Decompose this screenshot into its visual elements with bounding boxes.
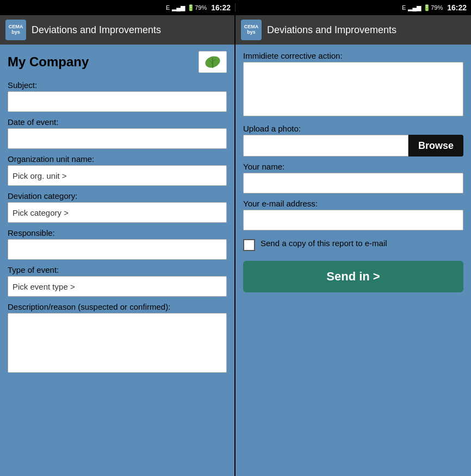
status-bar-right: E ▂▄▆ 🔋79% 16:22 xyxy=(236,3,471,12)
status-bar-left: E ▂▄▆ 🔋79% 16:22 xyxy=(0,3,236,12)
send-in-button[interactable]: Send in > xyxy=(243,261,463,292)
description-textarea[interactable] xyxy=(8,313,227,373)
main-content: CEMA bys Deviations and Improvements My … xyxy=(0,15,471,476)
email-label: Your e-mail address: xyxy=(243,199,463,208)
deviation-category-field-group: Deviation category: xyxy=(8,191,227,223)
left-panel-body: My Company Subject: Date of event: xyxy=(0,45,234,476)
time-right: 16:22 xyxy=(447,3,467,12)
left-app-title: Deviations and Improvements xyxy=(32,24,161,36)
right-panel: CEMA bys Deviations and Improvements Imm… xyxy=(236,15,471,476)
signal-type-right: E xyxy=(402,4,406,11)
send-copy-checkbox[interactable] xyxy=(243,239,255,251)
corrective-action-field-group: Immidiete corrective action: xyxy=(243,51,463,118)
signal-bars-left: ▂▄▆ xyxy=(172,4,185,11)
battery-right: 🔋79% xyxy=(423,4,443,11)
corrective-action-label: Immidiete corrective action: xyxy=(243,51,463,60)
signal-bars-right: ▂▄▆ xyxy=(408,4,421,11)
deviation-category-picker[interactable] xyxy=(8,202,227,223)
your-name-label: Your name: xyxy=(243,162,463,171)
description-label: Description/reason (suspected or confirm… xyxy=(8,302,227,311)
org-unit-picker[interactable] xyxy=(8,165,227,186)
right-app-header: CEMA bys Deviations and Improvements xyxy=(236,15,471,45)
right-app-logo: CEMA bys xyxy=(241,20,262,40)
date-label: Date of event: xyxy=(8,117,227,127)
send-copy-label: Send a copy of this report to e-mail xyxy=(261,238,387,249)
deviation-category-label: Deviation category: xyxy=(8,191,227,201)
org-unit-field-group: Organization unit name: xyxy=(8,154,227,186)
description-field-group: Description/reason (suspected or confirm… xyxy=(8,302,227,375)
upload-row: Browse xyxy=(243,135,463,156)
right-panel-body: Immidiete corrective action: Upload a ph… xyxy=(236,45,471,476)
responsible-field-group: Responsible: xyxy=(8,228,227,260)
date-field-group: Date of event: xyxy=(8,117,227,149)
your-name-input[interactable] xyxy=(243,173,463,193)
subject-field-group: Subject: xyxy=(8,80,227,112)
leaf-icon xyxy=(203,54,222,70)
upload-photo-label: Upload a photo: xyxy=(243,124,463,133)
company-logo xyxy=(199,51,227,73)
email-field-group: Your e-mail address: xyxy=(243,199,463,230)
your-name-field-group: Your name: xyxy=(243,162,463,193)
type-of-event-label: Type of event: xyxy=(8,265,227,274)
right-app-title: Deviations and Improvements xyxy=(267,24,396,36)
left-app-logo: CEMA bys xyxy=(5,20,26,40)
type-of-event-picker[interactable] xyxy=(8,276,227,297)
subject-label: Subject: xyxy=(8,80,227,90)
corrective-action-textarea[interactable] xyxy=(243,62,463,116)
browse-button[interactable]: Browse xyxy=(408,135,463,156)
status-bar: E ▂▄▆ 🔋79% 16:22 E ▂▄▆ 🔋79% 16:22 xyxy=(0,0,471,15)
time-left: 16:22 xyxy=(211,3,231,12)
left-panel: CEMA bys Deviations and Improvements My … xyxy=(0,15,236,476)
responsible-input[interactable] xyxy=(8,239,227,260)
upload-photo-input[interactable] xyxy=(243,135,408,156)
type-of-event-field-group: Type of event: xyxy=(8,265,227,297)
org-unit-label: Organization unit name: xyxy=(8,154,227,164)
company-name: My Company xyxy=(8,54,89,70)
email-input[interactable] xyxy=(243,210,463,230)
upload-photo-field-group: Upload a photo: Browse xyxy=(243,124,463,156)
left-app-header: CEMA bys Deviations and Improvements xyxy=(0,15,234,45)
send-copy-checkbox-row: Send a copy of this report to e-mail xyxy=(243,238,463,251)
subject-input[interactable] xyxy=(8,91,227,112)
responsible-label: Responsible: xyxy=(8,228,227,237)
date-input[interactable] xyxy=(8,128,227,149)
signal-type-left: E xyxy=(166,4,170,11)
company-header: My Company xyxy=(8,51,227,73)
battery-left: 🔋79% xyxy=(187,4,207,11)
